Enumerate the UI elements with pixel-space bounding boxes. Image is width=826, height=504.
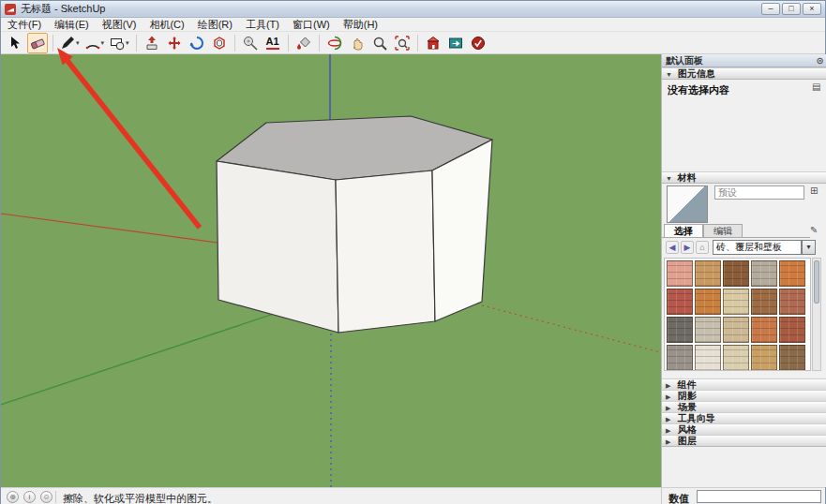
rotate-tool[interactable]: [187, 33, 207, 53]
window-title: 无标题 - SketchUp: [21, 2, 105, 16]
arc-tool[interactable]: ▾: [83, 33, 107, 53]
text-tool[interactable]: A1: [263, 33, 283, 53]
menu-draw[interactable]: 绘图(R): [191, 18, 239, 32]
menu-view[interactable]: 视图(V): [96, 18, 143, 32]
info-icon[interactable]: i: [23, 491, 36, 503]
menu-help[interactable]: 帮助(H): [337, 18, 384, 32]
materials-header[interactable]: ▼ 材料: [662, 171, 826, 184]
warehouse-building-icon: [426, 36, 441, 51]
entity-details-icon[interactable]: ▤: [812, 82, 820, 93]
entity-info-empty-text: 没有选择内容: [668, 83, 729, 97]
line-tool[interactable]: ▾: [58, 33, 82, 53]
push-pull-icon: [144, 36, 159, 51]
rotate-icon: [189, 36, 204, 51]
section-label: 风格: [678, 424, 697, 435]
sample-paint-icon[interactable]: ✎: [810, 225, 818, 236]
offset-tool[interactable]: [209, 33, 230, 53]
material-swatch[interactable]: [751, 260, 777, 287]
material-swatch[interactable]: [723, 345, 749, 371]
extension-warehouse-icon: [471, 36, 486, 51]
menu-tools[interactable]: 工具(T): [239, 18, 286, 32]
material-preview-thumbnail[interactable]: [667, 185, 708, 223]
material-swatch[interactable]: [695, 289, 721, 315]
section-layers[interactable]: ▶ 图层: [662, 435, 826, 447]
dropdown-arrow-icon[interactable]: ▾: [101, 39, 105, 47]
pan-tool[interactable]: [347, 33, 368, 53]
material-swatch[interactable]: [751, 345, 777, 371]
select-dropdown-icon[interactable]: ▼: [802, 240, 816, 255]
select-tool[interactable]: [5, 33, 25, 53]
zoom-tool[interactable]: [369, 33, 390, 53]
toolbar: ▾ ▾ ▾ A1: [1, 32, 825, 54]
material-swatch[interactable]: [723, 317, 749, 343]
get-models-tool[interactable]: [423, 33, 443, 53]
material-name-field[interactable]: 预设: [714, 185, 804, 200]
material-swatch[interactable]: [723, 289, 749, 315]
material-swatch[interactable]: [723, 260, 749, 287]
layout-arrow-icon: [448, 36, 463, 51]
send-to-layout-tool[interactable]: [445, 33, 466, 53]
material-swatch[interactable]: [779, 289, 805, 315]
pin-icon[interactable]: ⊙: [817, 54, 824, 67]
material-swatch[interactable]: [667, 289, 693, 315]
section-label: 组件: [678, 379, 697, 390]
minimize-button[interactable]: –: [761, 3, 780, 15]
zoom-extents-tool[interactable]: [392, 33, 413, 53]
material-swatch[interactable]: [695, 260, 721, 287]
material-swatch[interactable]: [779, 345, 805, 371]
material-category-select[interactable]: 砖、覆层和壁板: [713, 240, 802, 255]
toolbar-separator: [417, 35, 418, 52]
material-swatch[interactable]: [695, 345, 721, 371]
menu-bar: 文件(F) 编辑(E) 视图(V) 相机(C) 绘图(R) 工具(T) 窗口(W…: [1, 18, 825, 32]
tab-divider: [662, 237, 810, 238]
entity-info-header[interactable]: ▼ 图元信息: [662, 67, 826, 80]
material-swatch[interactable]: [667, 317, 693, 343]
geolocation-icon[interactable]: ⊕: [7, 491, 19, 503]
magnifier-icon: [372, 36, 387, 51]
menu-camera[interactable]: 相机(C): [143, 18, 190, 32]
measurements-input[interactable]: [697, 490, 821, 503]
close-button[interactable]: ×: [803, 3, 821, 15]
push-pull-tool[interactable]: [142, 33, 162, 53]
home-icon[interactable]: ⌂: [696, 241, 709, 254]
credits-icon[interactable]: ☺: [40, 491, 53, 503]
material-swatch[interactable]: [779, 260, 805, 287]
viewport-canvas: [1, 54, 661, 487]
sketchup-window: 无标题 - SketchUp – □ × 文件(F) 编辑(E) 视图(V) 相…: [0, 0, 826, 504]
eraser-tool[interactable]: [27, 33, 48, 53]
menu-edit[interactable]: 编辑(E): [48, 18, 96, 32]
shapes-tool[interactable]: ▾: [108, 33, 131, 53]
material-swatch[interactable]: [751, 317, 777, 343]
create-material-icon[interactable]: ⊞: [810, 185, 818, 197]
maximize-button[interactable]: □: [782, 3, 801, 15]
dropdown-arrow-icon[interactable]: ▾: [126, 39, 129, 47]
eraser-icon: [30, 36, 45, 51]
status-divider: [661, 488, 662, 504]
dropdown-arrow-icon[interactable]: ▾: [76, 39, 80, 47]
material-swatch[interactable]: [695, 317, 721, 343]
modeling-viewport[interactable]: [1, 54, 661, 487]
paint-bucket-tool[interactable]: [293, 33, 314, 53]
menu-file[interactable]: 文件(F): [1, 18, 48, 32]
title-bar[interactable]: 无标题 - SketchUp – □ ×: [1, 1, 825, 18]
material-swatch[interactable]: [667, 260, 693, 287]
menu-window[interactable]: 窗口(W): [286, 18, 337, 32]
move-tool[interactable]: [164, 33, 185, 53]
scrollbar-thumb[interactable]: [814, 260, 819, 304]
panel-title-bar[interactable]: 默认面板 ⊙: [662, 54, 826, 67]
offset-icon: [212, 36, 227, 51]
forward-icon[interactable]: ▶: [681, 241, 694, 254]
material-scrollbar[interactable]: [812, 258, 821, 371]
paint-bucket-icon: [296, 36, 311, 51]
tab-edit[interactable]: 编辑: [703, 224, 743, 238]
material-swatch[interactable]: [779, 317, 805, 343]
material-swatch[interactable]: [667, 345, 693, 371]
orbit-tool[interactable]: [324, 33, 345, 53]
extension-warehouse-tool[interactable]: [468, 33, 488, 53]
back-icon[interactable]: ◀: [666, 241, 679, 254]
tape-measure-tool[interactable]: [240, 33, 261, 53]
material-swatch[interactable]: [751, 289, 777, 315]
tab-select[interactable]: 选择: [664, 224, 703, 238]
orbit-icon: [327, 36, 342, 51]
model-front-face: [336, 170, 435, 333]
